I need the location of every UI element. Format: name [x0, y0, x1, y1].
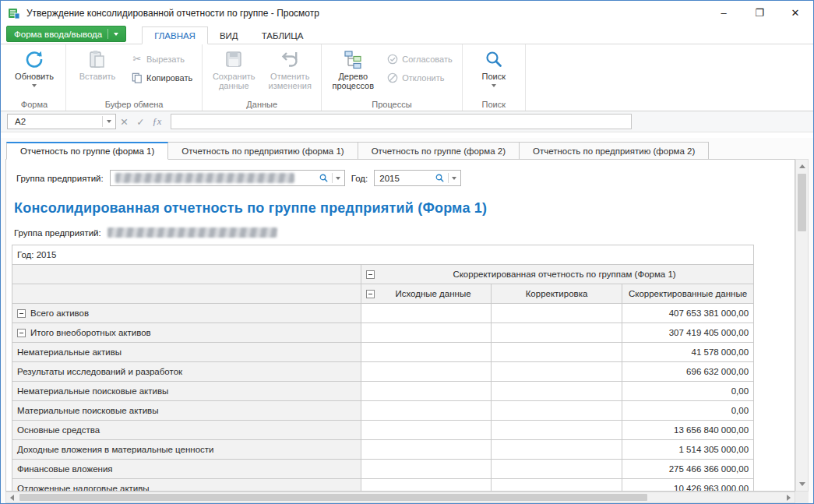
header-group-cell[interactable]: Скорректированная отчетность по группам …: [361, 265, 754, 284]
minimize-button[interactable]: –: [706, 1, 742, 25]
group-filter-combobox[interactable]: [110, 170, 345, 186]
data-cell[interactable]: [492, 304, 622, 323]
data-cell[interactable]: [361, 382, 492, 401]
collapse-icon[interactable]: [17, 309, 26, 318]
process-tree-button[interactable]: Дерево процессов: [326, 47, 380, 97]
data-cell[interactable]: 1 514 305 000,00: [622, 440, 754, 460]
copy-button[interactable]: Копировать: [126, 70, 198, 86]
row-label-cell[interactable]: Отложенные налоговые активы: [12, 479, 361, 492]
data-cell[interactable]: [361, 440, 492, 460]
data-cell[interactable]: 0,00: [622, 401, 754, 421]
data-cell[interactable]: [492, 401, 622, 421]
data-cell[interactable]: [361, 343, 492, 362]
row-label-cell[interactable]: Результаты исследований и разработок: [12, 362, 361, 382]
ribbon-tab-tablitsa[interactable]: ТАБЛИЦА: [250, 27, 315, 44]
report-group-line: Группа предприятий:: [14, 227, 795, 238]
ribbon-group-bufer-obmena: Вставить ✂ Вырезать Копировать Буфер обм…: [66, 44, 203, 111]
data-cell[interactable]: 10 426 963 000,00: [622, 479, 754, 492]
column-header-ishodnye[interactable]: Исходные данные: [361, 284, 492, 304]
year-filter-combobox[interactable]: 2015: [374, 170, 461, 186]
cut-icon: ✂: [132, 54, 143, 65]
data-cell[interactable]: [361, 460, 492, 479]
vertical-scrollbar[interactable]: [795, 159, 809, 492]
row-label-cell[interactable]: Итого внеоборотных активов: [12, 323, 361, 343]
data-cell[interactable]: [361, 304, 492, 323]
search-button[interactable]: Поиск: [467, 47, 521, 97]
vertical-scroll-thumb[interactable]: [798, 174, 806, 231]
ribbon-tab-vid[interactable]: ВИД: [208, 27, 250, 44]
form-io-menu-button[interactable]: Форма ввода/вывода: [6, 26, 126, 42]
data-cell[interactable]: [361, 323, 492, 343]
save-data-button[interactable]: Сохранить данные: [206, 47, 261, 97]
data-cell[interactable]: [492, 421, 622, 440]
ribbon-group-label: Форма: [3, 100, 65, 109]
data-cell[interactable]: 275 466 366 000,00: [622, 460, 754, 479]
data-cell[interactable]: [361, 362, 492, 382]
data-cell[interactable]: [492, 479, 622, 492]
row-label-cell[interactable]: Финансовые вложения: [12, 460, 361, 479]
paste-button[interactable]: Вставить: [70, 47, 125, 97]
search-icon[interactable]: [435, 173, 445, 183]
scroll-left-arrow[interactable]: [6, 492, 18, 503]
collapse-icon[interactable]: [17, 329, 26, 337]
confirm-icon[interactable]: ✓: [132, 116, 149, 128]
row-label-cell[interactable]: Нематериальные активы: [12, 343, 361, 362]
maximize-button[interactable]: ❐: [742, 1, 777, 25]
data-cell[interactable]: [361, 479, 492, 492]
function-icon[interactable]: ƒx: [149, 116, 165, 128]
reject-button[interactable]: Отклонить: [382, 70, 457, 86]
table-row: Финансовые вложения 275 466 366 000,00: [12, 460, 754, 479]
row-label-cell[interactable]: Нематериальные поисковые активы: [12, 382, 361, 401]
undo-changes-button[interactable]: Отменить изменения: [263, 47, 317, 97]
data-cell[interactable]: 407 653 381 000,00: [622, 304, 754, 323]
corner-cell[interactable]: [12, 284, 361, 304]
scroll-down-arrow[interactable]: [796, 478, 808, 490]
row-label-cell[interactable]: Основные средства: [12, 421, 361, 440]
data-cell[interactable]: [492, 382, 622, 401]
chevron-down-icon: [492, 84, 496, 87]
search-icon[interactable]: [319, 173, 329, 183]
data-cell[interactable]: 13 656 840 000,00: [622, 421, 754, 440]
data-cell[interactable]: 696 632 000,00: [622, 362, 754, 382]
corner-cell[interactable]: [12, 265, 361, 284]
horizontal-scroll-thumb[interactable]: [19, 494, 647, 501]
row-label-cell[interactable]: Материальные поисковые активы: [12, 401, 361, 421]
refresh-button[interactable]: Обновить: [7, 47, 62, 97]
row-label-cell[interactable]: Всего активов: [12, 304, 361, 323]
tab-otchetnost-gruppa-forma2[interactable]: Отчетность по группе (форма 2): [358, 142, 520, 160]
data-cell[interactable]: 0,00: [622, 382, 754, 401]
column-header-korrektirovka[interactable]: Корректировка: [492, 284, 622, 304]
tab-otchetnost-predpriyatie-forma1[interactable]: Отчетность по предприятию (форма 1): [168, 142, 358, 160]
data-cell[interactable]: [492, 460, 622, 479]
data-cell[interactable]: 41 578 000,00: [622, 343, 754, 362]
data-cell[interactable]: [492, 440, 622, 460]
header-group-row: Скорректированная отчетность по группам …: [12, 265, 754, 284]
scroll-right-arrow[interactable]: [783, 492, 795, 503]
year-cell[interactable]: Год: 2015: [12, 245, 754, 265]
ribbon-tab-glavnaya[interactable]: ГЛАВНАЯ: [142, 26, 208, 44]
formula-input[interactable]: [171, 114, 632, 129]
cut-button[interactable]: ✂ Вырезать: [126, 51, 198, 67]
data-cell[interactable]: [492, 323, 622, 343]
tab-otchetnost-predpriyatie-forma2[interactable]: Отчетность по предприятию (форма 2): [520, 142, 709, 160]
row-label-cell[interactable]: Доходные вложения в материальные ценност…: [12, 440, 361, 460]
approve-button[interactable]: Согласовать: [382, 51, 457, 67]
tab-otchetnost-gruppa-forma1[interactable]: Отчетность по группе (форма 1): [6, 142, 168, 160]
data-cell[interactable]: [361, 421, 492, 440]
data-cell[interactable]: [492, 362, 622, 382]
data-cell[interactable]: 307 419 405 000,00: [622, 323, 754, 343]
horizontal-scrollbar[interactable]: [5, 492, 795, 503]
chevron-down-icon[interactable]: [336, 177, 340, 180]
chevron-down-icon[interactable]: [452, 177, 456, 180]
cancel-icon[interactable]: ✕: [116, 116, 132, 128]
collapse-icon[interactable]: [366, 290, 375, 298]
scroll-up-arrow[interactable]: [796, 160, 808, 172]
cell-reference-box[interactable]: A2: [7, 114, 116, 129]
collapse-icon[interactable]: [366, 270, 375, 279]
data-cell[interactable]: [361, 401, 492, 421]
ribbon-group-forma: Обновить Форма: [3, 44, 66, 111]
data-cell[interactable]: [492, 343, 622, 362]
approve-check-icon: [387, 54, 398, 65]
column-header-skorrektirovannye[interactable]: Скорректированные данные: [622, 284, 754, 304]
close-button[interactable]: ✕: [777, 1, 813, 25]
